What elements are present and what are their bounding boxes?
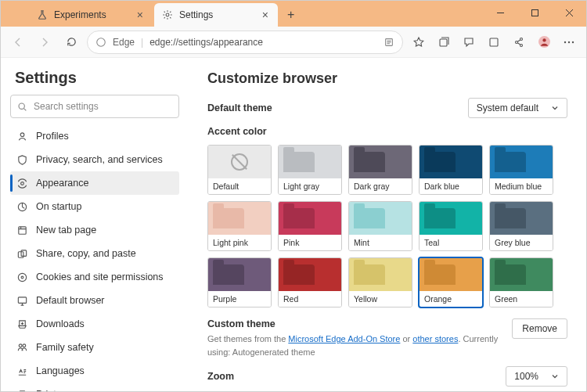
nav-icon [16, 201, 28, 213]
accent-label: Accent color [207, 126, 267, 137]
nav-icon [16, 225, 28, 236]
swatch-grey-blue[interactable]: Grey blue [489, 201, 553, 251]
menu-icon[interactable] [558, 31, 580, 53]
share-icon[interactable] [508, 31, 530, 53]
swatch-label: Pink [279, 235, 341, 250]
nav-label: Family safety [36, 342, 94, 353]
swatch-pink[interactable]: Pink [278, 201, 342, 251]
tab-close-icon[interactable]: × [135, 9, 145, 21]
sidebar-title: Settings [10, 69, 179, 87]
swatch-dark-gray[interactable]: Dark gray [348, 145, 412, 195]
svg-point-5 [97, 38, 106, 46]
sidebar-item-downloads[interactable]: Downloads [10, 312, 179, 336]
other-stores-link[interactable]: other stores [412, 334, 458, 343]
sidebar-item-new-tab-page[interactable]: New tab page [10, 218, 179, 242]
address-prefix: Edge [113, 37, 135, 48]
sidebar-item-cookies-and-site-permissions[interactable]: Cookies and site permissions [10, 265, 179, 289]
nav-icon [16, 131, 28, 142]
tab-label: Settings [179, 9, 213, 20]
swatch-light-pink[interactable]: Light pink [207, 201, 272, 251]
swatch-label: Default [208, 178, 271, 194]
refresh-button[interactable] [60, 31, 82, 53]
nav-label: Default browser [36, 295, 105, 306]
svg-point-13 [542, 38, 546, 41]
addon-store-link[interactable]: Microsoft Edge Add-On Store [288, 334, 400, 343]
nav-label: Languages [36, 365, 85, 376]
zoom-dropdown[interactable]: 100% [506, 366, 567, 387]
swatch-label: Orange [420, 291, 482, 307]
chevron-down-icon [551, 104, 559, 112]
feedback-icon[interactable] [458, 31, 480, 53]
svg-point-24 [18, 273, 26, 281]
window-minimize[interactable] [483, 1, 517, 24]
swatch-label: Mint [349, 235, 412, 250]
swatch-label: Medium blue [490, 178, 553, 194]
svg-point-28 [23, 343, 26, 347]
nav-icon [16, 342, 28, 354]
tab-settings[interactable]: Settings × [154, 3, 278, 27]
tab-label: Experiments [54, 9, 106, 20]
theme-dropdown[interactable]: System default [468, 98, 567, 118]
custom-theme-text: Get themes from the Microsoft Edge Add-O… [207, 333, 502, 358]
window-close[interactable] [552, 1, 586, 24]
swatch-mint[interactable]: Mint [348, 201, 412, 251]
sidebar-item-share-copy-and-paste[interactable]: Share, copy, and paste [10, 242, 179, 265]
custom-theme-label: Custom theme [207, 318, 502, 329]
titlebar: Experiments × Settings × + [1, 1, 586, 27]
swatch-label: Teal [420, 235, 482, 250]
forward-button[interactable] [34, 31, 56, 53]
sidebar-item-privacy-search-and-services[interactable]: Privacy, search, and services [10, 148, 179, 171]
zoom-label: Zoom [207, 371, 234, 382]
search-input[interactable]: Search settings [10, 95, 179, 118]
new-tab-button[interactable]: + [279, 3, 302, 27]
tab-experiments[interactable]: Experiments × [29, 3, 153, 27]
svg-point-25 [21, 276, 23, 279]
sidebar-item-languages[interactable]: Languages [10, 359, 179, 383]
sidebar-item-family-safety[interactable]: Family safety [10, 336, 179, 359]
svg-rect-26 [18, 297, 26, 303]
profile-icon[interactable] [533, 31, 555, 53]
swatch-green[interactable]: Green [489, 257, 553, 307]
sidebar: Settings Search settings ProfilesPrivacy… [1, 58, 189, 391]
sidebar-item-appearance[interactable]: Appearance [10, 171, 179, 195]
svg-rect-2 [531, 9, 538, 16]
toolbar: Edge | edge://settings/appearance [1, 27, 586, 58]
swatch-label: Purple [208, 291, 271, 307]
swatch-red[interactable]: Red [278, 257, 342, 307]
extension-icon-1[interactable] [483, 31, 505, 53]
swatch-label: Green [490, 291, 553, 307]
nav-label: New tab page [36, 225, 96, 236]
swatch-default[interactable]: Default [207, 145, 272, 195]
nav-icon [16, 154, 28, 166]
tab-close-icon[interactable]: × [261, 9, 270, 21]
swatch-dark-blue[interactable]: Dark blue [419, 145, 483, 195]
reader-icon[interactable] [384, 37, 394, 48]
sidebar-item-profiles[interactable]: Profiles [10, 124, 179, 148]
back-button[interactable] [7, 31, 29, 53]
page-title: Customize browser [207, 70, 567, 87]
collections-icon[interactable] [433, 31, 455, 53]
nav-icon [16, 178, 28, 189]
address-bar[interactable]: Edge | edge://settings/appearance [87, 31, 403, 54]
swatch-yellow[interactable]: Yellow [348, 257, 412, 307]
swatch-light-gray[interactable]: Light gray [278, 145, 342, 195]
nav-label: Appearance [36, 178, 88, 189]
sidebar-item-on-startup[interactable]: On startup [10, 195, 179, 218]
svg-point-17 [19, 103, 24, 109]
nav-icon [16, 248, 28, 260]
nav-label: Downloads [36, 318, 85, 329]
swatch-teal[interactable]: Teal [419, 201, 483, 251]
swatch-orange[interactable]: Orange [419, 257, 483, 307]
swatch-purple[interactable]: Purple [207, 257, 272, 307]
window-maximize[interactable] [517, 1, 552, 24]
swatch-medium-blue[interactable]: Medium blue [489, 145, 553, 195]
sidebar-item-default-browser[interactable]: Default browser [10, 289, 179, 312]
svg-point-19 [21, 182, 24, 185]
favorites-icon[interactable] [408, 31, 430, 53]
remove-button[interactable]: Remove [512, 318, 567, 339]
gear-icon [162, 9, 173, 20]
search-icon [17, 102, 27, 112]
sidebar-item-printers[interactable]: Printers [10, 383, 179, 391]
nav-label: On startup [36, 201, 81, 212]
edge-icon [95, 37, 106, 48]
